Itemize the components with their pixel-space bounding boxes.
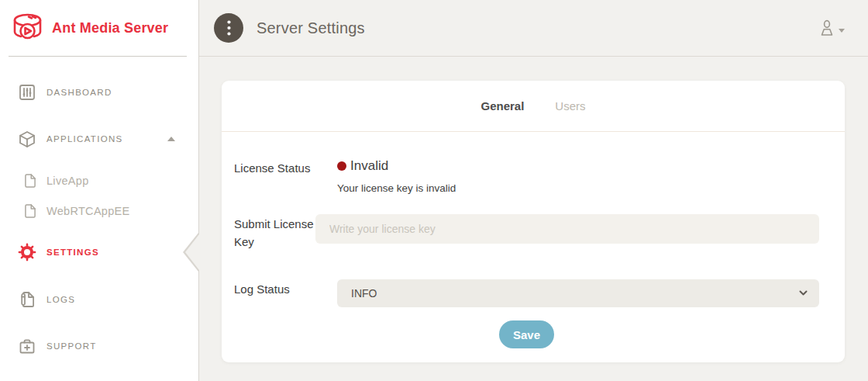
divider [9,56,187,57]
user-icon [818,19,835,37]
sidebar-item-label: SETTINGS [46,248,99,257]
save-button[interactable]: Save [499,320,554,348]
sidebar-item-settings[interactable]: SETTINGS [0,237,198,268]
license-key-row: Submit License Key [234,214,819,251]
main-content: Server Settings General Users [199,0,868,381]
license-key-input[interactable] [315,214,819,244]
sidebar-item-liveapp[interactable]: LiveApp [0,165,198,196]
license-key-label: Submit License Key [234,214,315,251]
sidebar-item-label: LOGS [46,295,75,304]
sidebar-item-dashboard[interactable]: DASHBOARD [0,77,198,108]
sidebar: Ant Media Server DASHBOARD [0,0,199,381]
sidebar-item-label: LiveApp [46,175,89,187]
support-icon [18,337,36,355]
license-status-label: License Status [234,158,337,178]
active-item-notch [185,234,199,270]
log-status-select[interactable]: INFO [337,279,819,307]
chevron-down-icon [839,29,845,33]
app-window: Ant Media Server DASHBOARD [0,0,868,381]
gear-icon [18,243,36,262]
sidebar-item-applications[interactable]: APPLICATIONS [0,123,198,154]
brand[interactable]: Ant Media Server [0,0,198,56]
log-status-row: Log Status INFO [234,279,819,307]
file-icon [21,171,40,190]
license-status-message: Your license key is invalid [337,182,819,194]
tab-users[interactable]: Users [555,99,585,113]
general-settings-form: License Status Invalid Your license key … [222,132,845,348]
menu-kebab-button[interactable] [214,13,243,43]
logs-icon [18,290,36,309]
file-icon [21,202,40,220]
ant-media-logo-icon [10,12,45,44]
log-status-label: Log Status [234,279,337,299]
sidebar-item-webrtcappee[interactable]: WebRTCAppEE [0,196,198,227]
license-status-value: Invalid [350,158,388,174]
kebab-dots-icon [227,20,231,36]
status-dot-icon [337,161,346,171]
sidebar-item-label: SUPPORT [46,341,96,351]
user-menu-button[interactable] [818,19,845,37]
collapse-caret-icon [167,137,175,141]
license-status-row: License Status Invalid Your license key … [234,158,819,194]
top-bar: Server Settings [199,0,868,57]
applications-icon [18,130,36,148]
sidebar-item-logs[interactable]: LOGS [0,284,198,315]
sidebar-item-label: WebRTCAppEE [46,205,130,217]
server-settings-card: General Users License Status Invalid You… [222,81,845,362]
dashboard-icon [18,83,36,102]
tab-bar: General Users [222,81,845,132]
sidebar-item-support[interactable]: SUPPORT [0,331,198,362]
brand-name: Ant Media Server [52,20,168,36]
sidebar-item-label: APPLICATIONS [46,134,122,144]
tab-general[interactable]: General [480,99,524,113]
sidebar-item-label: DASHBOARD [46,88,112,97]
page-title: Server Settings [257,19,365,37]
